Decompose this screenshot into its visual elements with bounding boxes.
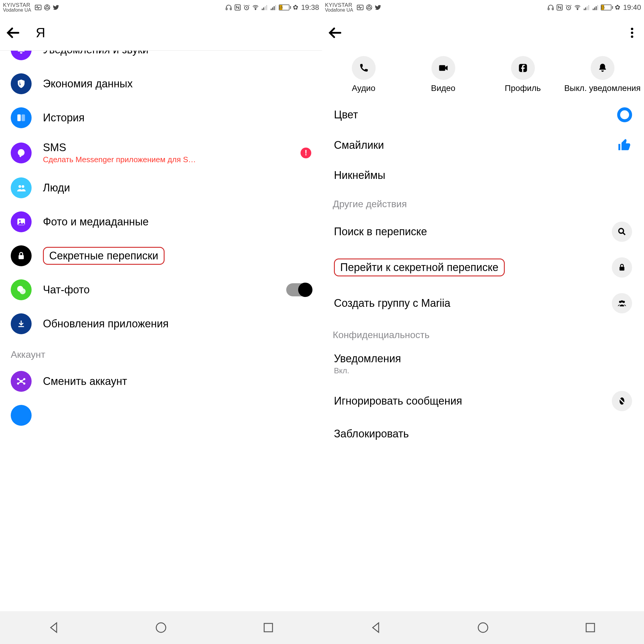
switch-icon xyxy=(11,371,32,392)
svg-point-38 xyxy=(577,9,578,10)
sys-recent[interactable] xyxy=(261,620,275,635)
shield-icon xyxy=(11,73,32,94)
svg-point-33 xyxy=(368,6,370,9)
row-ignore[interactable]: Игнорировать сообщения xyxy=(322,383,644,419)
sys-back[interactable] xyxy=(47,620,61,635)
svg-rect-41 xyxy=(587,6,588,10)
svg-rect-17 xyxy=(21,114,25,121)
svg-rect-43 xyxy=(593,9,594,10)
action-video[interactable]: Видео xyxy=(403,56,483,93)
back-button[interactable] xyxy=(328,25,343,40)
wifi-icon xyxy=(252,4,259,11)
alert-badge: ! xyxy=(301,148,311,158)
headphones-icon xyxy=(547,4,554,11)
screen-settings: KYIVSTAR Vodafone UA 16 ✿ 19:38 Я Уведом… xyxy=(0,0,322,611)
chat-icon xyxy=(11,143,32,163)
people-icon xyxy=(11,177,32,198)
clock-right: 19:40 xyxy=(623,3,641,12)
svg-rect-3 xyxy=(226,8,227,10)
row-emoji[interactable]: Смайлики xyxy=(322,130,644,160)
action-mute[interactable]: Выкл. уведомления xyxy=(563,56,642,93)
row-app-updates[interactable]: Обновления приложения xyxy=(0,307,322,341)
svg-point-55 xyxy=(156,623,166,632)
signal-1-icon xyxy=(261,4,268,11)
headphones-icon xyxy=(225,4,232,11)
svg-rect-45 xyxy=(596,6,597,10)
carrier-2: Vodafone UA xyxy=(3,8,31,13)
bell-icon xyxy=(591,56,614,80)
row-chat-photo[interactable]: Чат-фото xyxy=(0,273,322,307)
twitter-icon xyxy=(52,4,60,11)
lock-icon xyxy=(11,245,32,266)
sys-home[interactable] xyxy=(154,620,168,635)
row-people[interactable]: Люди xyxy=(0,171,322,205)
svg-rect-8 xyxy=(262,9,263,10)
carrier-2-right: Vodafone UA xyxy=(325,8,353,13)
row-search[interactable]: Поиск в переписке xyxy=(322,214,644,250)
row-photos-media[interactable]: Фото и медиаданные xyxy=(0,205,322,239)
secret-highlight-right: Перейти к секретной переписке xyxy=(334,258,505,276)
chat-photo-toggle[interactable] xyxy=(286,283,311,296)
row-sms[interactable]: SMSСделать Messenger приложением для S… … xyxy=(0,135,322,171)
svg-rect-13 xyxy=(272,7,273,10)
video-icon xyxy=(431,56,455,80)
status-bar: KYIVSTAR Vodafone UA 16 ✿ 19:38 xyxy=(0,0,322,15)
color-indicator xyxy=(617,107,632,122)
row-block[interactable]: Заблокировать xyxy=(322,419,644,449)
image-icon xyxy=(11,211,32,232)
svg-rect-14 xyxy=(274,6,275,10)
row-create-group[interactable]: Создать группу с Mariia xyxy=(322,285,644,321)
battery-icon: 15 xyxy=(601,4,613,10)
sys-home[interactable] xyxy=(476,620,490,635)
row-partial-bottom[interactable] xyxy=(0,398,322,432)
alarm-icon xyxy=(243,4,250,11)
svg-point-22 xyxy=(19,220,21,222)
action-audio[interactable]: Аудио xyxy=(324,56,403,93)
action-row: Аудио Видео Профиль Выкл. уведомления xyxy=(322,51,644,100)
action-profile[interactable]: Профиль xyxy=(483,56,563,93)
thumbs-up-icon xyxy=(617,138,632,153)
row-notifications-sounds[interactable]: Уведомления и звуки xyxy=(0,51,322,67)
secret-highlight: Секретные переписки xyxy=(43,247,165,265)
svg-rect-56 xyxy=(264,623,273,632)
row-notifications[interactable]: Уведомления Вкл. xyxy=(322,345,644,383)
nfc-icon xyxy=(234,4,241,11)
more-button[interactable] xyxy=(626,27,638,39)
battery-icon: 16 xyxy=(279,4,291,10)
row-secret-conversations[interactable]: Секретные переписки xyxy=(0,239,322,273)
row-secret-conversation[interactable]: Перейти к секретной переписке xyxy=(322,250,644,285)
sys-recent[interactable] xyxy=(583,620,597,635)
settings-list[interactable]: Уведомления и звуки Экономия данных Исто… xyxy=(0,51,322,611)
svg-rect-11 xyxy=(266,5,267,10)
row-sms-subtitle: Сделать Messenger приложением для S… xyxy=(43,155,301,164)
pane-icon xyxy=(11,107,32,128)
activity-icon xyxy=(35,4,42,11)
svg-point-20 xyxy=(22,185,24,188)
row-switch-account[interactable]: Сменить аккаунт xyxy=(0,364,322,398)
chrome-icon xyxy=(366,4,373,11)
svg-rect-50 xyxy=(620,267,624,271)
notifications-status: Вкл. xyxy=(334,366,632,375)
svg-rect-4 xyxy=(230,8,231,10)
system-nav xyxy=(0,611,644,644)
row-color[interactable]: Цвет xyxy=(322,100,644,130)
carrier-1: KYIVSTAR xyxy=(3,2,31,8)
partial-icon xyxy=(11,405,32,426)
nfc-icon xyxy=(556,4,563,11)
svg-rect-15 xyxy=(275,5,276,10)
svg-rect-46 xyxy=(597,5,598,10)
row-nicknames[interactable]: Никнеймы xyxy=(322,160,644,190)
row-history[interactable]: История xyxy=(0,101,322,135)
sys-back[interactable] xyxy=(369,620,383,635)
section-account: Аккаунт xyxy=(0,341,322,364)
lock-icon xyxy=(612,257,632,278)
phone-icon xyxy=(352,56,376,80)
row-data-saver[interactable]: Экономия данных xyxy=(0,67,322,101)
signal-1-icon xyxy=(583,4,590,11)
chat-details[interactable]: Аудио Видео Профиль Выкл. уведомления Цв… xyxy=(322,51,644,611)
screen-chat-details: KYIVSTAR Vodafone UA 15 ✿ 19:40 Ауд xyxy=(322,0,644,611)
clock: 19:38 xyxy=(301,3,319,12)
svg-rect-23 xyxy=(18,255,24,259)
back-button[interactable] xyxy=(6,25,21,40)
signal-2-icon xyxy=(270,4,277,11)
